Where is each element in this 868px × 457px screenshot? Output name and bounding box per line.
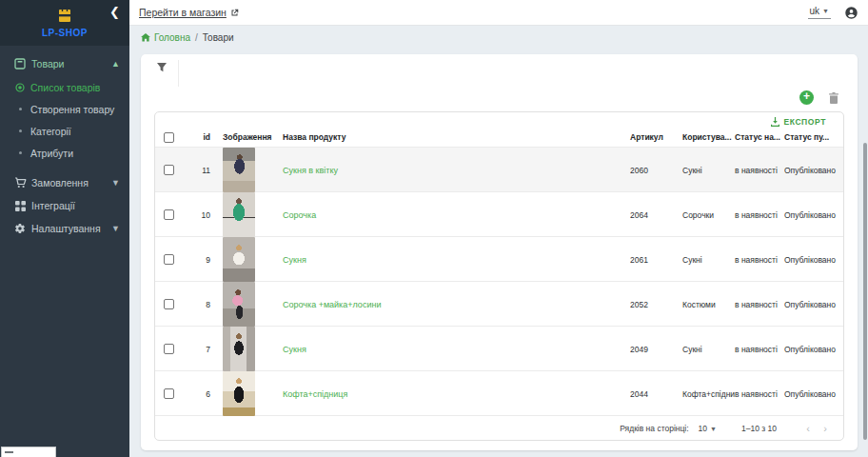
filter-funnel-icon[interactable]	[156, 62, 168, 73]
column-header-sku[interactable]: Артикул	[630, 132, 682, 142]
sidebar-item-categories[interactable]: Категорії	[0, 120, 129, 142]
row-checkbox[interactable]	[164, 254, 174, 265]
row-checkbox[interactable]	[164, 165, 174, 175]
cell-stock-status: в наявності	[735, 300, 784, 309]
export-row: ЕКСПОРТ	[155, 112, 843, 128]
column-header-id[interactable]: id	[187, 132, 214, 142]
previous-page-icon[interactable]: ‹	[799, 423, 817, 434]
language-select[interactable]: uk ▼	[808, 6, 832, 19]
cell-publish-status: Опубліковано	[784, 300, 843, 309]
product-name-link[interactable]: Кофта+спідниця	[283, 389, 630, 399]
breadcrumb: Головна / Товари	[141, 32, 234, 43]
row-checkbox[interactable]	[164, 388, 174, 399]
row-checkbox[interactable]	[164, 344, 174, 354]
cell-category: Кофта+спідниця	[682, 389, 735, 399]
cell-sku: 2061	[630, 255, 682, 265]
table-row[interactable]: 8 Сорочка +майка+лосини 2052 Костюми в н…	[155, 281, 843, 326]
next-page-icon[interactable]: ›	[817, 423, 834, 434]
sidebar-item-label: Категорії	[30, 126, 71, 137]
grid-widgets-icon	[10, 201, 30, 211]
tooltip-text-fragment	[5, 451, 13, 454]
rows-per-page-select[interactable]: 10 ▼	[699, 424, 717, 433]
cell-stock-status: в наявності	[735, 345, 784, 354]
account-avatar-icon[interactable]	[844, 6, 858, 20]
go-to-store-link[interactable]: Перейти в магазин	[139, 7, 239, 18]
product-image[interactable]	[223, 148, 255, 192]
bullet-icon	[10, 129, 30, 132]
sidebar-item-product-create[interactable]: Створення товару	[0, 98, 129, 120]
column-header-publish-status[interactable]: Статус пу...	[784, 132, 843, 142]
link-preview-tooltip	[1, 447, 56, 457]
cell-publish-status: Опубліковано	[784, 389, 843, 399]
product-name-link[interactable]: Сукня	[283, 345, 630, 354]
product-image[interactable]	[223, 282, 255, 327]
chevron-down-icon: ▼	[111, 178, 120, 188]
table-pagination: Рядків на сторінці: 10 ▼ 1–10 з 10 ‹ ›	[155, 415, 843, 441]
column-header-category[interactable]: Користува...	[682, 132, 735, 142]
row-checkbox[interactable]	[164, 299, 174, 309]
language-value: uk	[810, 6, 820, 16]
sidebar-item-label: Товари	[31, 58, 111, 70]
sidebar-header: LP-SHOP ❮	[0, 0, 129, 46]
caret-down-icon: ▼	[710, 426, 717, 432]
sidebar-item-settings[interactable]: Налаштування ▼	[0, 217, 129, 240]
sidebar-item-products[interactable]: Товари ▲	[0, 51, 129, 76]
cell-stock-status: в наявності	[735, 255, 784, 265]
filter-row	[141, 54, 858, 90]
sidebar-item-label: Налаштування	[31, 223, 111, 234]
column-header-image[interactable]: Зображення	[223, 132, 283, 142]
sidebar-item-label: Інтеграції	[31, 200, 120, 211]
cell-category: Сукні	[682, 166, 735, 175]
vertical-scrollbar[interactable]	[863, 143, 867, 440]
gear-icon	[10, 223, 30, 234]
sidebar-item-orders[interactable]: Замовлення ▼	[0, 171, 129, 194]
column-header-stock-status[interactable]: Статус на...	[735, 132, 784, 142]
top-bar: Перейти в магазин uk ▼	[129, 0, 868, 26]
product-image[interactable]	[223, 237, 255, 282]
add-product-button[interactable]: +	[799, 90, 814, 105]
select-all-checkbox[interactable]	[164, 132, 174, 143]
caret-down-icon: ▼	[822, 8, 829, 14]
export-button[interactable]: ЕКСПОРТ	[771, 117, 826, 127]
chevron-up-icon: ▲	[111, 59, 120, 69]
sidebar-item-label: Замовлення	[31, 177, 111, 189]
logo-text: LP-SHOP	[0, 28, 129, 38]
product-name-link[interactable]: Сорочка +майка+лосини	[283, 300, 630, 309]
product-name-link[interactable]: Сорочка	[283, 210, 630, 220]
products-table-card: ЕКСПОРТ id Зображення Назва продукту Арт…	[154, 111, 844, 441]
cell-stock-status: в наявності	[735, 210, 784, 220]
home-icon	[141, 33, 150, 42]
cell-id: 8	[187, 300, 214, 309]
sidebar-item-attributes[interactable]: Атрибути	[0, 142, 129, 164]
chevron-down-icon: ▼	[111, 224, 120, 233]
table-row[interactable]: 6 Кофта+спідниця 2044 Кофта+спідниця в н…	[155, 370, 843, 415]
sidebar-menu: Товари ▲ Список товарів Створення товару…	[0, 46, 129, 240]
cell-id: 6	[187, 389, 214, 399]
table-row[interactable]: 7 Сукня 2049 Сукні в наявності Опубліков…	[155, 326, 843, 370]
column-header-name[interactable]: Назва продукту	[283, 132, 630, 142]
product-name-link[interactable]: Сукня в квітку	[283, 166, 630, 175]
sidebar-collapse-icon[interactable]: ❮	[109, 6, 120, 18]
table-row[interactable]: 10 Сорочка 2064 Сорочки в наявності Опуб…	[155, 191, 843, 236]
sidebar-item-product-list[interactable]: Список товарів	[0, 76, 129, 98]
bullet-icon	[10, 108, 30, 110]
table-actions: +	[799, 90, 838, 105]
cell-sku: 2044	[630, 389, 682, 399]
sidebar-item-integrations[interactable]: Інтеграції	[0, 194, 129, 217]
product-name-link[interactable]: Сукня	[283, 255, 630, 265]
download-icon	[771, 117, 779, 127]
product-image[interactable]	[223, 371, 255, 416]
cell-publish-status: Опубліковано	[784, 255, 843, 265]
store-link-label: Перейти в магазин	[139, 7, 227, 18]
cell-stock-status: в наявності	[735, 166, 784, 175]
product-image[interactable]	[223, 327, 255, 371]
product-image[interactable]	[223, 192, 255, 237]
shopping-bag-logo-icon	[57, 6, 72, 23]
cell-sku: 2064	[630, 210, 682, 220]
table-row[interactable]: 9 Сукня 2061 Сукні в наявності Опубліков…	[155, 236, 843, 281]
cell-id: 10	[187, 210, 214, 220]
delete-icon[interactable]	[829, 92, 838, 104]
row-checkbox[interactable]	[164, 209, 174, 220]
table-row[interactable]: 11 Сукня в квітку 2060 Сукні в наявності…	[155, 147, 843, 191]
breadcrumb-home-link[interactable]: Головна	[141, 32, 190, 43]
